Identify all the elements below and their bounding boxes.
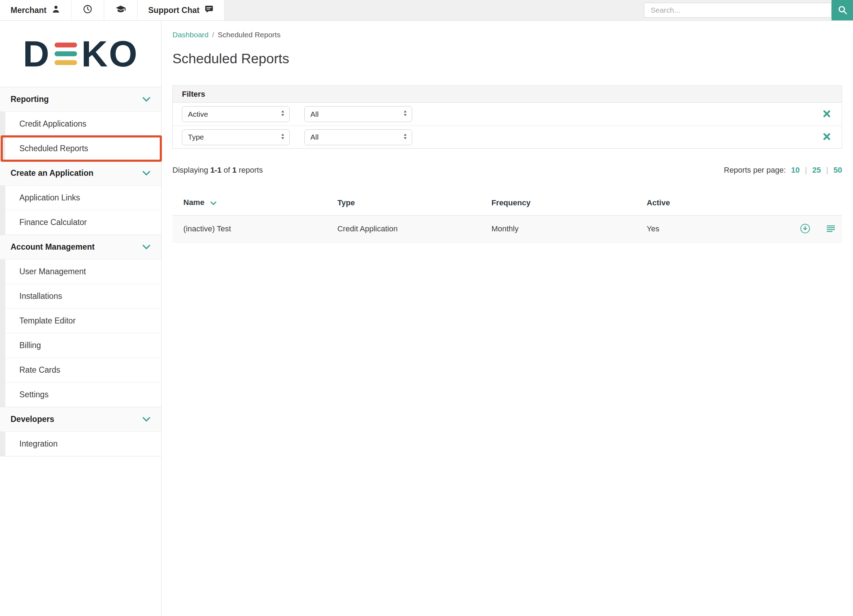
sidebar: D KO Reporting Credit Applications — [0, 21, 161, 616]
select-value: Active — [188, 110, 208, 118]
sidebar-item-scheduled-reports[interactable]: Scheduled Reports — [5, 136, 161, 161]
sidebar-item-label: Credit Applications — [19, 119, 87, 129]
filter-row-active: Active All — [173, 103, 842, 126]
type-value-select[interactable]: All — [304, 129, 412, 145]
sidebar-item-integration[interactable]: Integration — [5, 431, 161, 456]
clear-type-filter-button[interactable] — [821, 131, 833, 144]
cell-active: Yes — [636, 215, 752, 242]
sidebar-item-installations[interactable]: Installations — [5, 284, 161, 308]
sidebar-item-template-editor[interactable]: Template Editor — [5, 308, 161, 333]
chat-bubble-icon — [205, 5, 214, 16]
main-content: Dashboard / Scheduled Reports Scheduled … — [161, 21, 853, 616]
sidebar-item-settings[interactable]: Settings — [5, 382, 161, 407]
sidebar-item-application-links[interactable]: Application Links — [5, 185, 161, 210]
chevron-down-icon — [142, 168, 150, 178]
column-header-type[interactable]: Type — [326, 190, 481, 215]
page-title: Scheduled Reports — [172, 51, 842, 67]
active-filter-select[interactable]: Active — [182, 106, 290, 122]
type-filter-select[interactable]: Type — [182, 129, 290, 145]
sidebar-nav: Reporting Credit Applications Scheduled … — [0, 87, 161, 456]
column-header-frequency[interactable]: Frequency — [480, 190, 636, 215]
graduation-cap-icon — [115, 4, 126, 17]
results-count: 1 — [232, 166, 237, 174]
merchant-menu[interactable]: Merchant — [0, 0, 71, 20]
sidebar-item-label: Template Editor — [19, 316, 76, 325]
nav-section-label: Reporting — [11, 95, 49, 104]
topbar-search-area — [225, 0, 853, 20]
chevron-down-icon — [142, 242, 150, 252]
cell-actions — [752, 215, 842, 242]
cell-frequency: Monthly — [480, 215, 636, 242]
sidebar-item-rate-cards[interactable]: Rate Cards — [5, 357, 161, 382]
list-icon — [826, 224, 836, 235]
sidebar-item-label: Installations — [19, 292, 62, 301]
nav-section-account-management[interactable]: Account Management — [0, 235, 161, 259]
list-toolbar: Displaying 1-1 of 1 reports Reports per … — [172, 166, 842, 175]
column-header-active[interactable]: Active — [636, 190, 752, 215]
results-summary: Displaying 1-1 of 1 reports — [172, 166, 263, 175]
nav-section-label: Account Management — [11, 242, 95, 252]
column-header-actions — [752, 190, 842, 215]
support-chat-button[interactable]: Support Chat — [138, 0, 225, 20]
column-header-name[interactable]: Name — [172, 190, 326, 215]
sidebar-item-user-management[interactable]: User Management — [5, 259, 161, 284]
select-stepper-icon — [281, 109, 285, 119]
training-button[interactable] — [104, 0, 138, 20]
per-page-separator: | — [826, 166, 829, 175]
download-report-button[interactable] — [798, 222, 812, 236]
select-value: All — [310, 133, 319, 141]
history-button[interactable] — [71, 0, 104, 20]
sidebar-item-label: User Management — [19, 267, 86, 276]
clock-icon — [83, 4, 93, 16]
sidebar-item-finance-calculator[interactable]: Finance Calculator — [5, 210, 161, 235]
deko-logo[interactable]: D KO — [23, 35, 138, 72]
search-input[interactable] — [644, 3, 832, 18]
select-stepper-icon — [403, 133, 407, 142]
nav-section-reporting[interactable]: Reporting — [0, 87, 161, 112]
select-value: All — [310, 110, 319, 118]
reports-per-page: Reports per page: 10 | 25 | 50 — [724, 166, 842, 175]
per-page-option-50[interactable]: 50 — [834, 166, 842, 175]
nav-section-developers[interactable]: Developers — [0, 407, 161, 431]
sidebar-item-label: Application Links — [19, 193, 80, 203]
sidebar-item-label: Finance Calculator — [19, 218, 87, 227]
sidebar-item-credit-applications[interactable]: Credit Applications — [5, 112, 161, 136]
sidebar-item-label: Scheduled Reports — [19, 144, 88, 153]
logo-letters-ko: KO — [81, 35, 138, 72]
clear-active-filter-button[interactable] — [821, 108, 833, 121]
sidebar-item-label: Integration — [19, 439, 58, 449]
per-page-option-25[interactable]: 25 — [812, 166, 821, 175]
results-range: 1-1 — [211, 166, 222, 174]
report-details-button[interactable] — [824, 222, 837, 236]
logo-bar-red — [55, 42, 77, 47]
filters-header: Filters — [173, 86, 842, 103]
select-stepper-icon — [403, 109, 407, 119]
nav-section-label: Create an Application — [11, 168, 94, 178]
filter-row-type: Type All — [173, 126, 842, 148]
breadcrumb: Dashboard / Scheduled Reports — [172, 21, 842, 39]
breadcrumb-current: Scheduled Reports — [218, 30, 281, 39]
reports-table: Name Type Frequency Active (inactive) Te… — [172, 190, 842, 242]
active-value-select[interactable]: All — [304, 106, 412, 122]
breadcrumb-dashboard-link[interactable]: Dashboard — [172, 30, 209, 39]
x-icon — [823, 110, 830, 118]
per-page-label: Reports per page: — [724, 166, 786, 175]
logo-e-bars — [55, 42, 77, 65]
sidebar-item-label: Rate Cards — [19, 365, 60, 375]
download-icon — [800, 223, 811, 235]
sort-desc-icon — [210, 198, 217, 207]
sidebar-item-label: Settings — [19, 390, 49, 400]
select-stepper-icon — [281, 133, 285, 142]
topbar: Merchant Support Chat — [0, 0, 853, 21]
sidebar-item-label: Billing — [19, 341, 41, 350]
per-page-option-10[interactable]: 10 — [791, 166, 800, 175]
cell-type: Credit Application — [326, 215, 481, 242]
x-icon — [823, 133, 830, 141]
filters-panel: Filters Active All — [172, 85, 842, 149]
search-button[interactable] — [832, 0, 853, 20]
sidebar-item-billing[interactable]: Billing — [5, 333, 161, 357]
logo-bar-yellow — [55, 60, 77, 65]
user-icon — [52, 5, 61, 16]
cell-name: (inactive) Test — [172, 215, 326, 242]
nav-section-create-application[interactable]: Create an Application — [0, 161, 161, 185]
